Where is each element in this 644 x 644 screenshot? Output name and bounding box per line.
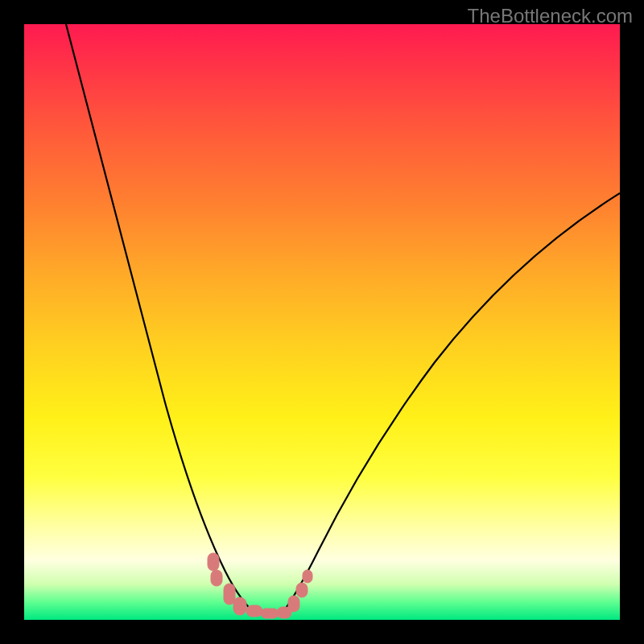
curve-left — [66, 24, 258, 616]
svg-rect-0 — [208, 553, 219, 571]
watermark-text: TheBottleneck.com — [468, 5, 633, 27]
chart-svg-layer — [24, 24, 620, 620]
svg-rect-8 — [296, 583, 308, 597]
svg-rect-1 — [211, 570, 222, 586]
chart-plot-area — [24, 24, 620, 620]
svg-rect-3 — [233, 597, 246, 615]
highlight-dots-group — [208, 553, 312, 618]
svg-rect-5 — [261, 609, 279, 618]
svg-rect-7 — [288, 596, 299, 612]
svg-rect-2 — [224, 584, 235, 605]
svg-rect-4 — [246, 605, 262, 617]
svg-rect-9 — [303, 570, 312, 583]
curve-right — [280, 193, 620, 616]
